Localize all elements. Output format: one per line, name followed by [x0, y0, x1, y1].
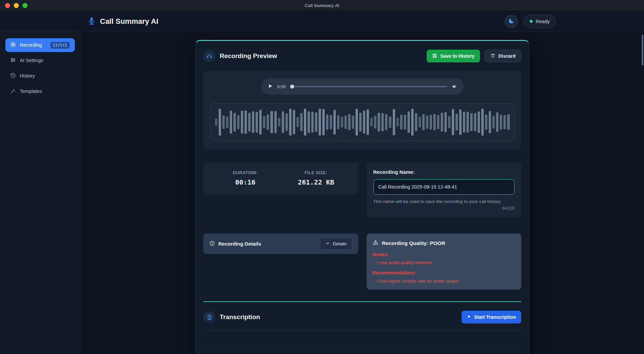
- waveform-bar: [304, 109, 306, 136]
- waveform-bar: [289, 109, 291, 136]
- waveform-bar: [378, 113, 380, 132]
- waveform-bar: [500, 115, 502, 130]
- audio-play-button[interactable]: [267, 83, 273, 90]
- sidebar-item-label: History: [20, 73, 35, 79]
- waveform-bar: [256, 112, 258, 133]
- waveform-bar: [356, 109, 358, 136]
- app-title: Call Summary AI: [100, 17, 158, 26]
- waveform-bar: [259, 110, 262, 134]
- waveform-bar: [359, 113, 362, 132]
- preview-title: Recording Preview: [220, 52, 277, 60]
- waveform-bar: [503, 115, 506, 129]
- sidebar-item-templates[interactable]: Templates: [5, 85, 75, 98]
- recording-quality-card: Recording Quality: POOR Issues: Low audi…: [367, 234, 522, 290]
- save-icon: [432, 53, 437, 59]
- sidebar: Recording Ctrl+1 AI Settings History Tem…: [0, 32, 80, 354]
- main-content: Recording Preview Save to History Discar…: [80, 32, 644, 354]
- waveform-bar: [411, 109, 414, 136]
- audio-seek-thumb[interactable]: [290, 85, 294, 89]
- recording-name-label: Recording Name:: [373, 169, 515, 175]
- waveform-bar: [270, 111, 273, 133]
- play-icon: [467, 314, 471, 320]
- sidebar-item-label: Templates: [20, 88, 42, 95]
- waveform-bar: [274, 111, 277, 133]
- waveform-bar: [467, 112, 469, 133]
- app-header: Call Summary AI Ready: [0, 11, 644, 32]
- waveform-bar: [230, 111, 232, 134]
- zoom-window-button[interactable]: [22, 3, 28, 8]
- waveform-bar: [370, 118, 373, 126]
- volume-icon[interactable]: [451, 84, 458, 90]
- waveform-bar: [322, 109, 325, 136]
- status-badge: Ready: [523, 15, 556, 28]
- info-icon: [209, 241, 215, 247]
- waveform-bar: [252, 111, 254, 133]
- waveform-bar: [326, 114, 328, 130]
- recording-details-title: Recording Details: [218, 241, 261, 247]
- microphone-icon: [87, 16, 96, 27]
- waveform-bar: [444, 112, 447, 132]
- waveform-bar: [293, 110, 295, 134]
- recording-details-card: Recording Details Details: [203, 234, 358, 254]
- waveform-bar: [448, 116, 450, 128]
- waveform-bar: [319, 109, 321, 135]
- waveform-bar: [441, 113, 443, 131]
- issue-item: Low audio quality detected: [373, 260, 516, 265]
- waveform-bar: [396, 118, 399, 126]
- waveform-bar: [308, 111, 310, 133]
- play-icon: [267, 83, 273, 90]
- moon-icon: [508, 18, 515, 25]
- waveform-bar: [337, 115, 339, 130]
- start-transcription-button[interactable]: Start Transcription: [462, 311, 521, 323]
- waveform-bar: [419, 117, 421, 128]
- save-to-history-button[interactable]: Save to History: [427, 50, 480, 62]
- waveform-bar: [433, 114, 436, 130]
- sidebar-item-label: Recording: [20, 42, 42, 48]
- waveform-bar: [215, 118, 217, 126]
- audio-player: 0:00: [261, 79, 464, 95]
- status-label: Ready: [536, 19, 550, 24]
- waveform-bar: [474, 113, 476, 131]
- waveform-bar: [282, 111, 284, 133]
- close-window-button[interactable]: [5, 3, 10, 8]
- waveform-bar: [341, 117, 343, 127]
- sidebar-item-recording[interactable]: Recording Ctrl+1: [5, 38, 75, 52]
- sliders-icon: [10, 57, 16, 64]
- waveform-bar: [226, 116, 228, 128]
- waveform-bar: [459, 109, 462, 135]
- waveform-bar: [344, 115, 347, 129]
- waveform-bar: [422, 114, 425, 130]
- waveform-bar: [315, 112, 317, 132]
- audio-current-time: 0:00: [277, 84, 286, 89]
- sidebar-item-history[interactable]: History: [5, 69, 75, 83]
- recording-name-helper: This name will be used to save the recor…: [373, 199, 515, 204]
- waveform-bar: [237, 115, 239, 129]
- sidebar-item-ai-settings[interactable]: AI Settings: [5, 54, 75, 67]
- player-panel: 0:00: [203, 70, 521, 149]
- waveform-bar: [333, 110, 336, 135]
- audio-seek-slider[interactable]: [290, 86, 447, 87]
- waveform-bar: [297, 117, 299, 127]
- waveform-bar: [496, 112, 498, 132]
- details-expand-button[interactable]: Details: [320, 238, 352, 250]
- history-icon: [10, 72, 16, 80]
- save-to-history-label: Save to History: [440, 53, 475, 59]
- character-counter: 34/100: [373, 206, 515, 211]
- waveform-bar: [489, 111, 491, 133]
- discard-button[interactable]: Discard: [485, 50, 521, 62]
- status-dot-icon: [530, 20, 533, 23]
- duration-label: DURATION:: [210, 170, 281, 175]
- filesize-label: FILE SIZE:: [281, 170, 352, 175]
- scrollbar-thumb[interactable]: [642, 35, 643, 65]
- waveform-bar: [385, 114, 387, 130]
- warning-icon: [373, 240, 378, 247]
- discard-label: Discard: [498, 53, 516, 59]
- waveform-bar: [478, 111, 480, 133]
- waveform-bar: [437, 115, 439, 130]
- theme-toggle-button[interactable]: [504, 15, 518, 28]
- recommendation-item: Use higher sample rate for better qualit…: [373, 279, 516, 284]
- recording-name-input[interactable]: [373, 179, 515, 195]
- waveform-bar: [463, 112, 465, 133]
- waveform: [215, 107, 509, 137]
- minimize-window-button[interactable]: [14, 3, 19, 8]
